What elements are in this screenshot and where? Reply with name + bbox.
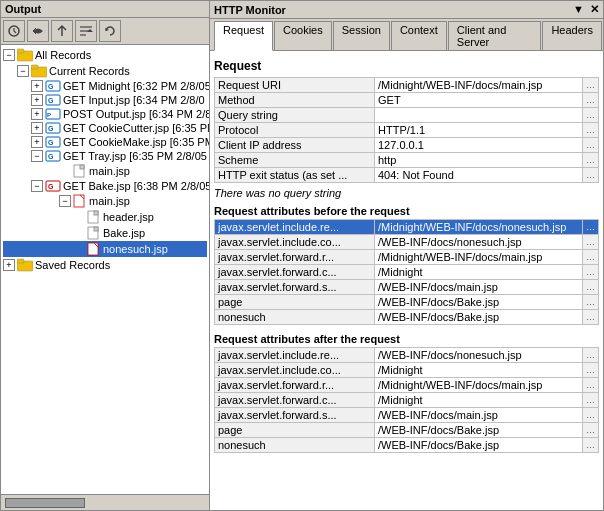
svg-rect-7: [31, 65, 38, 69]
monitor-content[interactable]: Request Request URI /Midnight/WEB-INF/do…: [210, 51, 603, 510]
expand-8[interactable]: −: [59, 195, 71, 207]
tree-item-5[interactable]: − G GET Tray.jsp [6:35 PM 2/8/05: [3, 149, 207, 163]
tree-item-10[interactable]: Bake.jsp: [3, 225, 207, 241]
table-row: javax.servlet.forward.r... /Midnight/WEB…: [215, 378, 599, 393]
after-more-3[interactable]: …: [583, 393, 599, 408]
tabs-bar: Request Cookies Session Context Client a…: [210, 19, 603, 51]
table-row: page /WEB-INF/docs/Bake.jsp …: [215, 423, 599, 438]
field-more-1[interactable]: …: [583, 93, 599, 108]
before-more-1[interactable]: …: [583, 235, 599, 250]
item-label-11: nonesuch.jsp: [103, 243, 168, 255]
request-icon-4: G: [45, 136, 61, 148]
field-key-1: Method: [215, 93, 375, 108]
before-val-3: /Midnight: [375, 265, 583, 280]
after-val-3: /Midnight: [375, 393, 583, 408]
field-key-2: Query string: [215, 108, 375, 123]
table-row: Request URI /Midnight/WEB-INF/docs/main.…: [215, 78, 599, 93]
tree-item-11[interactable]: nonesuch.jsp: [3, 241, 207, 257]
monitor-pin-icon[interactable]: ▼: [573, 3, 584, 16]
item-label-0: GET Midnight [6:32 PM 2/8/05: [63, 80, 209, 92]
toolbar-btn-2[interactable]: [27, 20, 49, 42]
table-row: Method GET …: [215, 93, 599, 108]
field-key-3: Protocol: [215, 123, 375, 138]
before-more-5[interactable]: …: [583, 295, 599, 310]
tree-node-current-records[interactable]: − Current Records: [3, 63, 207, 79]
expand-7[interactable]: −: [31, 180, 43, 192]
tree-item-2[interactable]: + P POST Output.jsp [6:34 PM 2/8/0: [3, 107, 207, 121]
tab-client-server[interactable]: Client and Server: [448, 21, 542, 50]
tree-item-6[interactable]: main.jsp: [3, 163, 207, 179]
tree-node-all-records[interactable]: − All Records: [3, 47, 207, 63]
toolbar-btn-4[interactable]: [75, 20, 97, 42]
before-more-0[interactable]: …: [583, 220, 599, 235]
after-key-1: javax.servlet.include.co...: [215, 363, 375, 378]
tab-session[interactable]: Session: [333, 21, 390, 50]
tree-item-8[interactable]: − main.jsp: [3, 193, 207, 209]
before-more-6[interactable]: …: [583, 310, 599, 325]
after-attrs-table: javax.servlet.include.re... /WEB-INF/doc…: [214, 347, 599, 453]
monitor-close-icon[interactable]: ✕: [590, 3, 599, 16]
before-more-2[interactable]: …: [583, 250, 599, 265]
item-label-3: GET CookieCutter.jsp [6:35 PM: [63, 122, 209, 134]
svg-rect-29: [88, 243, 98, 255]
tree-item-1[interactable]: + G GET Input.jsp [6:34 PM 2/8/0: [3, 93, 207, 107]
before-val-0: /Midnight/WEB-INF/docs/nonesuch.jsp: [375, 220, 583, 235]
before-more-3[interactable]: …: [583, 265, 599, 280]
before-val-5: /WEB-INF/docs/Bake.jsp: [375, 295, 583, 310]
output-title: Output: [5, 3, 41, 15]
before-val-4: /WEB-INF/docs/main.jsp: [375, 280, 583, 295]
toolbar-btn-1[interactable]: [3, 20, 25, 42]
tree-container[interactable]: − All Records − Current Records +: [1, 45, 209, 494]
tab-context[interactable]: Context: [391, 21, 447, 50]
after-more-2[interactable]: …: [583, 378, 599, 393]
table-row: Query string …: [215, 108, 599, 123]
expand-1[interactable]: +: [31, 94, 43, 106]
table-row: nonesuch /WEB-INF/docs/Bake.jsp …: [215, 310, 599, 325]
field-more-4[interactable]: …: [583, 138, 599, 153]
tree-item-9[interactable]: header.jsp: [3, 209, 207, 225]
expand-current-records[interactable]: −: [17, 65, 29, 77]
field-more-0[interactable]: …: [583, 78, 599, 93]
field-more-2[interactable]: …: [583, 108, 599, 123]
expand-2[interactable]: +: [31, 108, 43, 120]
tree-item-7[interactable]: − G GET Bake.jsp [6:38 PM 2/8/05: [3, 179, 207, 193]
after-more-6[interactable]: …: [583, 438, 599, 453]
tree-item-0[interactable]: + G GET Midnight [6:32 PM 2/8/05: [3, 79, 207, 93]
after-val-1: /Midnight: [375, 363, 583, 378]
file-icon-10: [87, 226, 101, 240]
toolbar-btn-5[interactable]: [99, 20, 121, 42]
expand-5[interactable]: −: [31, 150, 43, 162]
before-key-1: javax.servlet.include.co...: [215, 235, 375, 250]
field-more-5[interactable]: …: [583, 153, 599, 168]
tab-headers[interactable]: Headers: [542, 21, 602, 50]
expand-4[interactable]: +: [31, 136, 43, 148]
after-val-4: /WEB-INF/docs/main.jsp: [375, 408, 583, 423]
after-val-2: /Midnight/WEB-INF/docs/main.jsp: [375, 378, 583, 393]
after-more-1[interactable]: …: [583, 363, 599, 378]
saved-records-folder-icon: [17, 258, 33, 272]
output-toolbar: [1, 18, 209, 45]
field-more-3[interactable]: …: [583, 123, 599, 138]
after-more-4[interactable]: …: [583, 408, 599, 423]
after-more-5[interactable]: …: [583, 423, 599, 438]
tab-request[interactable]: Request: [214, 21, 273, 51]
before-key-4: javax.servlet.forward.s...: [215, 280, 375, 295]
expand-all-records[interactable]: −: [3, 49, 15, 61]
after-key-5: page: [215, 423, 375, 438]
after-more-0[interactable]: …: [583, 348, 599, 363]
expand-3[interactable]: +: [31, 122, 43, 134]
field-more-6[interactable]: …: [583, 168, 599, 183]
expand-0[interactable]: +: [31, 80, 43, 92]
tree-node-saved-records[interactable]: + Saved Records: [3, 257, 207, 273]
expand-saved[interactable]: +: [3, 259, 15, 271]
tree-item-3[interactable]: + G GET CookieCutter.jsp [6:35 PM: [3, 121, 207, 135]
toolbar-btn-3[interactable]: [51, 20, 73, 42]
field-val-4: 127.0.0.1: [375, 138, 583, 153]
before-more-4[interactable]: …: [583, 280, 599, 295]
tab-cookies[interactable]: Cookies: [274, 21, 332, 50]
request-section-title: Request: [214, 59, 599, 73]
svg-text:G: G: [48, 83, 54, 90]
file-icon-11: [87, 242, 101, 256]
tree-item-4[interactable]: + G GET CookieMake.jsp [6:35 PM: [3, 135, 207, 149]
tree-scrollbar[interactable]: [1, 494, 209, 510]
